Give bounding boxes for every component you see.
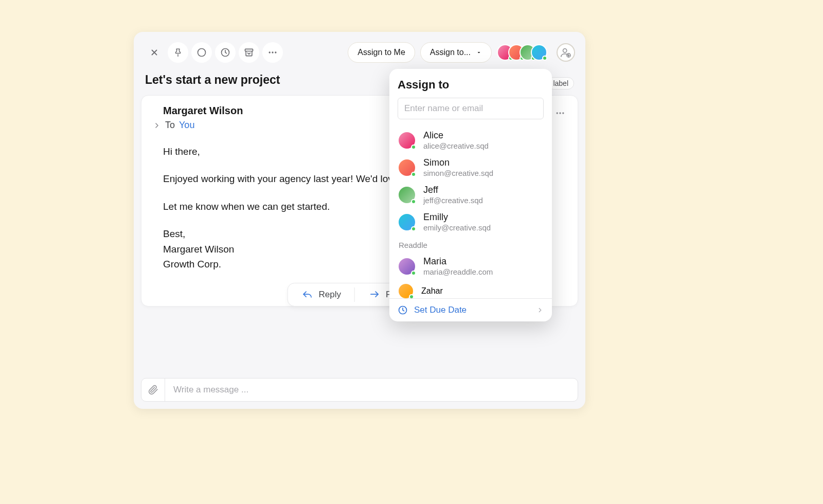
svg-point-5 (275, 51, 276, 53)
add-person-icon (560, 47, 571, 58)
assign-to-button[interactable]: Assign to... (420, 42, 492, 63)
contact-email: maria@readdle.com (423, 267, 493, 276)
svg-point-4 (272, 51, 273, 53)
sig-line: Growth Corp. (163, 259, 221, 269)
snooze-button[interactable] (215, 42, 236, 63)
assign-to-me-button[interactable]: Assign to Me (348, 42, 415, 63)
contact-email: jeff@creative.sqd (423, 196, 483, 205)
presence-dot (411, 145, 416, 150)
contact-name: Emilly (423, 212, 491, 223)
presence-dot (409, 294, 414, 299)
close-icon (150, 48, 159, 57)
svg-point-9 (559, 112, 561, 114)
presence-dot (542, 56, 547, 61)
avatar (398, 283, 414, 299)
reply-icon (301, 290, 314, 300)
circle-icon (196, 47, 207, 58)
chevron-right-icon[interactable] (153, 121, 161, 130)
add-assignee-button[interactable] (557, 43, 575, 62)
close-button[interactable] (144, 42, 165, 63)
set-due-date-label: Set Due Date (414, 305, 467, 315)
contact-row[interactable]: Alicealice@creative.sqd (398, 127, 544, 154)
avatar[interactable] (531, 44, 547, 61)
forward-icon (368, 290, 381, 300)
archive-button[interactable] (239, 42, 259, 63)
composer-bar (141, 378, 578, 402)
toolbar-left (144, 42, 283, 63)
svg-point-6 (563, 49, 567, 52)
recipient-you[interactable]: You (179, 120, 194, 131)
presence-dot (411, 226, 416, 231)
avatar (398, 186, 416, 204)
contact-row[interactable]: Emillyemily@creative.sqd (398, 208, 544, 236)
assign-to-label: Assign to... (430, 48, 471, 57)
avatar (398, 158, 416, 177)
composer-input[interactable] (165, 385, 578, 395)
contact-text: Mariamaria@readdle.com (423, 256, 493, 276)
paperclip-icon (148, 385, 158, 395)
svg-point-8 (557, 112, 558, 114)
contact-group-label: Readdle (398, 236, 544, 253)
contact-text: Alicealice@creative.sqd (423, 130, 489, 150)
contact-row[interactable]: Mariamaria@readdle.com (398, 253, 544, 280)
contact-name: Maria (423, 256, 493, 267)
toolbar: Assign to Me Assign to... (134, 32, 585, 67)
chevron-right-icon (536, 307, 544, 314)
sig-line: Best, (163, 228, 185, 239)
contact-email: alice@creative.sqd (423, 141, 489, 150)
clock-icon (398, 305, 408, 315)
contact-name: Alice (423, 130, 489, 141)
contact-email: simon@creative.sqd (423, 169, 493, 177)
contact-name: Jeff (423, 185, 483, 195)
message-more-button[interactable] (552, 105, 568, 121)
contact-row[interactable]: Jeffjeff@creative.sqd (398, 181, 544, 208)
attach-button[interactable] (141, 379, 165, 401)
presence-dot (411, 199, 416, 204)
ellipsis-icon (267, 47, 278, 58)
status-circle-button[interactable] (191, 42, 212, 63)
reply-button[interactable]: Reply (288, 283, 354, 306)
more-actions-button[interactable] (262, 42, 283, 63)
contact-row[interactable]: Simonsimon@creative.sqd (398, 154, 544, 181)
set-due-date-button[interactable]: Set Due Date (389, 298, 552, 321)
pin-icon (173, 48, 183, 57)
assign-to-popover: Assign to Alicealice@creative.sqdSimonsi… (389, 69, 552, 321)
clock-icon (220, 47, 230, 58)
assign-to-me-label: Assign to Me (357, 48, 405, 57)
avatar (398, 213, 416, 231)
svg-point-0 (198, 49, 206, 57)
reply-label: Reply (319, 290, 341, 300)
contact-name: Zahar (421, 286, 443, 295)
avatar (398, 131, 416, 150)
toolbar-right: Assign to Me Assign to... (348, 42, 575, 63)
sig-line: Margaret Wilson (163, 244, 234, 255)
presence-dot (411, 271, 416, 276)
chevron-down-icon (476, 49, 482, 56)
contact-name: Simon (423, 157, 493, 168)
email-window: Assign to Me Assign to... label Let's st… (134, 32, 585, 409)
contact-row[interactable]: Zahar (398, 280, 544, 298)
svg-rect-2 (245, 49, 253, 51)
archive-icon (244, 47, 254, 58)
contact-text: Emillyemily@creative.sqd (423, 212, 491, 232)
contact-text: Zahar (421, 286, 443, 296)
assignee-avatar-stack (497, 44, 547, 61)
contact-text: Jeffjeff@creative.sqd (423, 185, 483, 205)
popover-title: Assign to (398, 78, 544, 92)
presence-dot (411, 172, 416, 177)
pin-button[interactable] (168, 42, 188, 63)
ellipsis-icon (555, 108, 565, 118)
recipient-prefix: To (165, 120, 175, 131)
contact-email: emily@creative.sqd (423, 223, 491, 232)
svg-point-10 (562, 112, 564, 114)
svg-point-3 (269, 51, 271, 53)
assign-search-input[interactable] (398, 98, 544, 119)
contact-text: Simonsimon@creative.sqd (423, 157, 493, 177)
avatar (398, 257, 416, 276)
